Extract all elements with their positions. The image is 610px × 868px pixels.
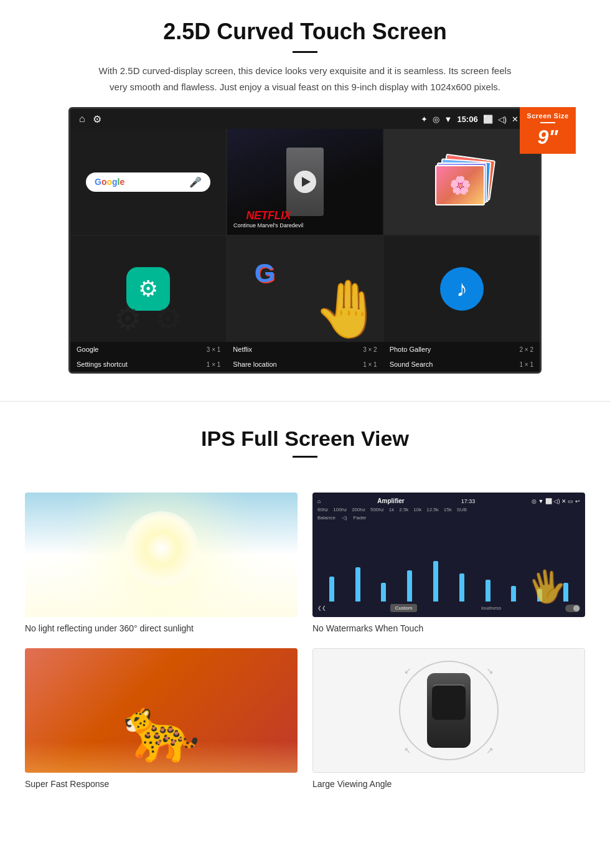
car-roof <box>432 686 466 720</box>
share-location-app-name: Share location <box>233 361 276 368</box>
screen-size-number: 9" <box>523 126 572 149</box>
curved-description: With 2.5D curved-display screen, this de… <box>93 63 517 95</box>
hand-touch-icon: 🖐 <box>525 565 569 608</box>
feature-watermark: ⌂ Amplifier 17:33 ◎ ▼ ⬜ ◁) ✕ ▭ ↩ 60hz100… <box>312 493 585 633</box>
eq-bar-3 <box>372 523 396 601</box>
cheetah-caption: Super Fast Response <box>25 779 298 789</box>
curved-title: 2.5D Curved Touch Screen <box>37 19 573 45</box>
hand-icon: 🤚 <box>313 276 383 342</box>
sound-search-app-name: Sound Search <box>390 361 433 368</box>
photo-gallery-cell[interactable]: 🌸 <box>384 129 540 235</box>
curved-section: 2.5D Curved Touch Screen With 2.5D curve… <box>0 0 610 389</box>
toggle-switch <box>565 605 580 612</box>
car-visual: ↙ ↘ ↖ ↗ <box>312 648 585 773</box>
sound-search-app-size: 1 × 1 <box>519 361 533 368</box>
status-left: ⌂ ⚙ <box>79 113 101 125</box>
car-image: ↙ ↘ ↖ ↗ <box>312 648 585 773</box>
sound-search-cell[interactable]: ♪ <box>384 236 540 342</box>
title-divider <box>293 51 317 53</box>
photo-gallery-app-name: Photo Gallery <box>390 346 431 353</box>
play-triangle-icon <box>302 177 311 187</box>
mic-icon[interactable]: 🎤 <box>189 176 202 188</box>
amp-home-icon: ⌂ <box>317 498 321 504</box>
netflix-cell[interactable]: NETFLIX Continue Marvel's Daredevil <box>227 129 383 235</box>
app-labels-row1: Google 3 × 1 Netflix 3 × 2 Photo Gallery… <box>70 342 540 357</box>
eq-bar-height-5 <box>433 561 438 601</box>
eq-bar-4 <box>398 523 421 601</box>
ips-section: IPS Full Screen View <box>0 401 610 480</box>
eq-bar-height-2 <box>355 567 360 601</box>
cheetah-emoji: 🐆 <box>123 693 200 767</box>
eq-bar-7 <box>476 523 500 601</box>
car-caption: Large Viewing Angle <box>312 779 585 789</box>
netflix-label: Netflix 3 × 2 <box>227 344 383 354</box>
eq-bar-height-7 <box>486 580 490 601</box>
device-mockup: ⌂ ⚙ ✦ ◎ ▼ 15:06 ⬜ ◁) ✕ ▭ <box>68 107 542 374</box>
netflix-app-size: 3 × 2 <box>363 346 377 353</box>
share-location-app-size: 1 × 1 <box>363 361 377 368</box>
camera-icon: ⬜ <box>483 115 493 124</box>
screen-size-label: Screen Size <box>523 112 572 120</box>
music-note-icon: ♪ <box>456 276 467 302</box>
ips-title: IPS Full Screen View <box>25 427 585 451</box>
eq-bar-1 <box>320 523 344 601</box>
feature-grid: No light reflecting under 360° direct su… <box>0 480 610 801</box>
eq-bar-height-6 <box>459 573 464 601</box>
settings-ghost-icons: ⚙ ⚙ <box>114 301 182 337</box>
cheetah-visual: 🐆 <box>25 648 298 773</box>
maps-g-letter: G <box>255 258 275 288</box>
bluetooth-icon: ✦ <box>421 115 428 124</box>
netflix-sub-text: Continue Marvel's Daredevil <box>233 222 303 229</box>
eq-bar-2 <box>346 523 370 601</box>
watermark-caption: No Watermarks When Touch <box>312 623 585 633</box>
amplifier-visual: ⌂ Amplifier 17:33 ◎ ▼ ⬜ ◁) ✕ ▭ ↩ 60hz100… <box>312 493 585 617</box>
screen-size-value: 9 <box>538 126 549 148</box>
status-bar: ⌂ ⚙ ✦ ◎ ▼ 15:06 ⬜ ◁) ✕ ▭ <box>70 109 540 129</box>
photo-stack: 🌸 <box>434 154 490 210</box>
photo-gallery-label: Photo Gallery 2 × 2 <box>383 344 540 354</box>
flower-icon: 🌸 <box>449 175 471 196</box>
close-icon: ✕ <box>512 115 518 124</box>
flower-photo: 🌸 <box>435 165 485 205</box>
feature-car: ↙ ↘ ↖ ↗ Large Viewing Angle <box>312 648 585 789</box>
settings-app-name: Settings shortcut <box>77 361 128 368</box>
device-screen: ⌂ ⚙ ✦ ◎ ▼ 15:06 ⬜ ◁) ✕ ▭ <box>68 107 542 374</box>
clock: 15:06 <box>457 115 477 124</box>
cheetah-image: 🐆 <box>25 648 298 773</box>
amplifier-image: ⌂ Amplifier 17:33 ◎ ▼ ⬜ ◁) ✕ ▭ ↩ 60hz100… <box>312 493 585 617</box>
google-cell[interactable]: Google 🎤 <box>70 129 226 235</box>
feature-sunlight: No light reflecting under 360° direct su… <box>25 493 298 633</box>
amp-header: ⌂ Amplifier 17:33 ◎ ▼ ⬜ ◁) ✕ ▭ ↩ <box>317 498 580 504</box>
amp-icons: ◎ ▼ ⬜ ◁) ✕ ▭ ↩ <box>532 498 580 504</box>
toggle-knob <box>573 605 580 611</box>
status-right: ✦ ◎ ▼ 15:06 ⬜ ◁) ✕ ▭ <box>421 115 531 124</box>
share-location-label: Share location 1 × 1 <box>227 359 383 369</box>
share-location-cell[interactable]: G 🤚 <box>227 236 383 342</box>
settings-label: Settings shortcut 1 × 1 <box>70 359 227 369</box>
google-search-bar[interactable]: Google 🎤 <box>86 172 210 192</box>
arrow-br: ↗ <box>486 745 494 755</box>
amp-time: 17:33 <box>461 498 476 504</box>
app-grid: Google 🎤 <box>70 129 540 342</box>
play-button[interactable] <box>294 171 316 193</box>
volume-icon: ◁) <box>498 115 507 124</box>
car-viewing-circle: ↙ ↘ ↖ ↗ <box>399 661 499 760</box>
home-icon[interactable]: ⌂ <box>79 113 85 125</box>
settings-cell[interactable]: ⚙ ⚙ ⚙ <box>70 236 226 342</box>
app-labels-row2: Settings shortcut 1 × 1 Share location 1… <box>70 357 540 372</box>
screen-size-badge: Screen Size 9" <box>520 107 576 154</box>
sun-glow <box>124 511 199 586</box>
sound-icon-bg: ♪ <box>440 267 484 311</box>
arrow-bl: ↖ <box>404 745 411 755</box>
sunlight-image <box>25 493 298 617</box>
usb-icon: ⚙ <box>93 113 101 125</box>
car-body <box>427 673 471 748</box>
sunlight-visual <box>25 493 298 617</box>
google-label: Google 3 × 1 <box>70 344 227 354</box>
ips-title-divider <box>293 456 317 458</box>
location-icon: ◎ <box>433 115 439 124</box>
google-logo: Google <box>95 177 124 187</box>
settings-app-size: 1 × 1 <box>207 361 221 368</box>
sound-search-label: Sound Search 1 × 1 <box>383 359 540 369</box>
eq-bar-8 <box>502 523 526 601</box>
